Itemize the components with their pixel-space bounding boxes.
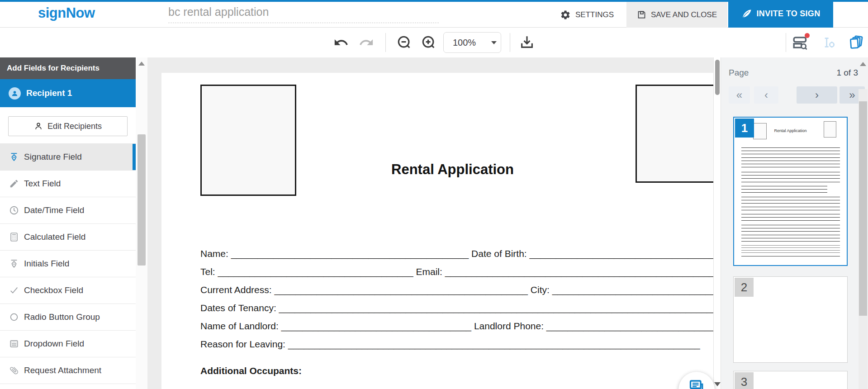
thumbnail-lines — [741, 147, 840, 167]
recipient-selector[interactable]: Recipient 1 — [0, 79, 136, 107]
radio-circle-icon — [9, 312, 19, 323]
pages-panel: Page 1 of 3 « ‹ › » 1 Rental Application — [721, 57, 868, 389]
document-title-input[interactable]: bc rental application — [168, 5, 439, 23]
scroll-up-arrow-icon[interactable] — [138, 62, 145, 66]
toolbar-divider — [510, 33, 510, 52]
calculator-icon — [9, 232, 19, 242]
chevron-right-icon: › — [815, 89, 819, 101]
recipient-label: Recipient 1 — [26, 88, 72, 98]
dropdown-icon — [9, 338, 19, 349]
field-item-label: Radio Button Group — [24, 312, 100, 322]
fields-sidebar: Add Fields for Recipients Recipient 1 Ed… — [0, 57, 136, 389]
page-thumbnail-3[interactable]: 3 — [733, 371, 848, 389]
thumbnail-lines — [741, 256, 840, 257]
thumbnail-lines — [741, 186, 827, 193]
field-item-label: Dropdown Field — [24, 339, 84, 349]
scroll-up-arrow-icon[interactable] — [860, 62, 866, 66]
chevron-down-icon — [491, 41, 497, 44]
field-item-label: Text Field — [24, 179, 61, 189]
person-icon — [34, 122, 43, 131]
undo-button[interactable] — [333, 35, 349, 50]
double-chevron-right-icon: » — [849, 89, 855, 101]
sidebar-item-calculated-field[interactable]: Calculated Field — [0, 224, 136, 251]
sidebar-item-text-field[interactable]: Text Field — [0, 171, 136, 197]
field-item-label: Initials Field — [24, 259, 69, 269]
zoom-out-button[interactable] — [397, 35, 412, 50]
page-number-badge: 1 — [735, 119, 754, 138]
field-item-label: Checkbox Field — [24, 285, 83, 295]
thumbnail-lines — [741, 245, 840, 253]
toolbar-divider — [385, 33, 386, 52]
panel-scroll-thumb[interactable] — [859, 101, 867, 316]
thumbnail-preview: Rental Application — [734, 118, 847, 265]
form-line: Reason for Leaving: ____________________… — [200, 335, 713, 353]
sidebar-item-signature-field[interactable]: Signature Field — [0, 144, 136, 171]
sidebar-item-request-attachment[interactable]: Request Attachment — [0, 357, 136, 384]
first-page-button[interactable]: « — [729, 86, 750, 104]
field-item-label: Date/Time Field — [24, 205, 84, 215]
double-chevron-left-icon: « — [736, 89, 742, 101]
gear-icon — [560, 9, 571, 20]
form-line: Tel: ___________________________________… — [200, 263, 713, 281]
clock-icon — [9, 205, 19, 216]
page-number-badge: 2 — [735, 278, 754, 297]
field-item-label: Calculated Field — [24, 232, 85, 242]
floppy-disk-icon — [637, 10, 646, 19]
page-number-badge: 3 — [735, 372, 754, 389]
form-line: Dates of Tenancy: ______________________… — [200, 299, 713, 317]
panel-scrollbar[interactable] — [859, 89, 868, 389]
previous-page-button[interactable]: ‹ — [754, 86, 778, 104]
pencil-icon — [9, 178, 19, 189]
document-canvas[interactable]: Rental Application Name: _______________… — [147, 57, 721, 389]
settings-label: SETTINGS — [575, 10, 614, 19]
copy-pages-button[interactable] — [849, 35, 864, 50]
sidebar-item-datetime-field[interactable]: Date/Time Field — [0, 197, 136, 224]
signnow-editor-window: signNow bc rental application SETTINGS S… — [0, 0, 868, 389]
zoom-level-select[interactable]: 100% — [443, 32, 501, 53]
invite-to-sign-button[interactable]: INVITE TO SIGN — [728, 0, 833, 28]
zoom-level-value: 100% — [453, 38, 476, 48]
initials-pen-icon — [9, 258, 19, 269]
top-bar: signNow bc rental application SETTINGS S… — [0, 0, 868, 28]
form-line: Name: __________________________________… — [200, 245, 713, 263]
field-item-label: Request Attachment — [24, 365, 101, 375]
sidebar-scrollbar[interactable] — [136, 57, 147, 389]
zoom-in-button[interactable] — [421, 35, 436, 50]
notification-dot — [805, 33, 810, 38]
save-and-close-button[interactable]: SAVE AND CLOSE — [626, 2, 727, 28]
page-label: Page — [729, 68, 749, 78]
scroll-down-arrow-icon[interactable] — [714, 382, 721, 386]
sidebar-item-radio-button-group[interactable]: Radio Button Group — [0, 304, 136, 331]
sidebar-item-dropdown-field[interactable]: Dropdown Field — [0, 331, 136, 357]
thumbnail-lines — [741, 225, 840, 242]
download-button[interactable] — [519, 34, 535, 50]
text-settings-button[interactable] — [822, 35, 836, 50]
quill-icon — [741, 9, 752, 19]
field-type-list: Signature Field Text Field Date/Time Fie… — [0, 143, 136, 384]
checkmark-icon — [9, 285, 19, 296]
document-photo-box-left — [200, 85, 296, 196]
page-status: 1 of 3 — [836, 68, 858, 78]
form-section-heading: Additional Occupants: — [200, 365, 713, 376]
document-scroll-thumb[interactable] — [715, 60, 720, 95]
sidebar-item-initials-field[interactable]: Initials Field — [0, 251, 136, 277]
document-scrollbar[interactable] — [713, 57, 721, 389]
document-page-1[interactable]: Rental Application Name: _______________… — [161, 73, 713, 389]
sidebar-header: Add Fields for Recipients — [0, 57, 136, 79]
search-fields-button[interactable] — [792, 35, 808, 50]
edit-recipients-button[interactable]: Edit Recipients — [8, 116, 128, 136]
toolbar-divider — [786, 33, 786, 52]
sidebar-item-checkbox-field[interactable]: Checkbox Field — [0, 277, 136, 304]
thumbnail-lines — [741, 197, 840, 210]
page-thumbnail-1[interactable]: 1 Rental Application — [733, 117, 848, 266]
form-line: Name of Landlord: ______________________… — [200, 317, 713, 335]
next-page-button[interactable]: › — [797, 86, 837, 104]
edit-recipients-label: Edit Recipients — [47, 122, 102, 131]
redo-button[interactable] — [359, 35, 374, 50]
form-line: Current Address: _______________________… — [200, 281, 713, 299]
document-photo-box-right — [636, 85, 713, 183]
page-thumbnail-2[interactable]: 2 — [733, 276, 848, 363]
settings-button[interactable]: SETTINGS — [555, 2, 618, 28]
sidebar-scroll-thumb[interactable] — [138, 134, 146, 266]
save-and-close-label: SAVE AND CLOSE — [651, 10, 717, 19]
